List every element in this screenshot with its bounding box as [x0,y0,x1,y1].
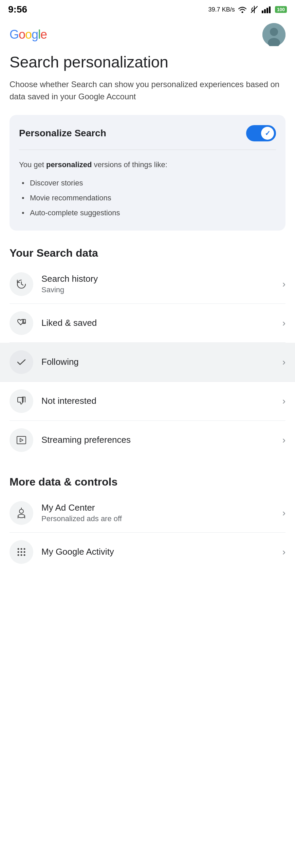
liked-saved-icon-container [10,311,33,335]
grid-icon [16,546,27,558]
svg-rect-5 [269,6,271,13]
status-bar: 9:56 39.7 KB/s 100 [0,0,295,18]
svg-point-22 [24,548,25,550]
personalize-card: Personalize Search ✓ You get personalize… [10,115,285,231]
svg-point-28 [24,554,25,556]
wifi-icon [238,6,247,13]
liked-saved-chevron: › [282,318,285,329]
info-bold: personalized [46,160,92,169]
page-description: Choose whether Search can show you perso… [10,78,285,103]
list-item-search-history[interactable]: Search history Saving › [10,265,285,304]
following-icon-container [10,350,33,374]
toggle-thumb: ✓ [261,127,274,140]
svg-point-17 [18,514,25,518]
following-title: Following [41,357,278,367]
list-item-liked-saved[interactable]: Liked & saved › [10,304,285,343]
page-content: Search personalization Choose whether Se… [0,53,295,571]
svg-point-26 [18,554,19,556]
svg-rect-3 [264,9,266,13]
svg-marker-14 [20,438,23,442]
svg-rect-2 [262,11,263,13]
heart-bookmark-icon [16,317,27,329]
search-data-section: Your Search data Search history Saving › [10,247,285,459]
bullet-item-1: Discover stories [22,176,276,191]
google-activity-icon-container [10,540,33,564]
check-icon [16,356,27,368]
search-history-chevron: › [282,279,285,290]
more-data-header: More data & controls [10,476,285,488]
list-item-not-interested[interactable]: Not interested › [10,382,285,421]
avatar[interactable] [262,23,285,46]
battery-icon: 100 [275,6,287,13]
svg-point-21 [21,548,22,550]
personalize-toggle-row: Personalize Search ✓ [19,125,276,150]
personalize-bullet-list: Discover stories Movie recommendations A… [19,176,276,220]
toggle-track: ✓ [246,125,276,141]
following-chevron: › [282,357,285,368]
personalize-toggle[interactable]: ✓ [246,125,276,141]
search-history-content: Search history Saving [41,274,278,294]
streaming-chevron: › [282,435,285,446]
svg-rect-13 [17,436,26,444]
personalize-info: You get personalized versions of things … [19,158,276,220]
streaming-content: Streaming preferences [41,435,278,445]
svg-rect-4 [266,8,268,13]
google-logo: Google [10,27,47,42]
mute-icon [250,5,259,14]
svg-point-23 [18,551,19,553]
svg-point-24 [21,551,22,553]
not-interested-title: Not interested [41,396,278,406]
streaming-title: Streaming preferences [41,435,278,445]
list-item-ad-center[interactable]: My Ad Center Personalized ads are off › [10,494,285,533]
ad-icon [16,507,27,519]
search-history-subtitle: Saving [41,285,278,294]
info-suffix: versions of things like: [92,160,167,169]
status-icons: 39.7 KB/s 100 [208,5,287,14]
info-prefix: You get [19,160,46,169]
list-item-following[interactable]: Following › [0,343,295,382]
liked-saved-content: Liked & saved [41,318,278,328]
ad-center-icon-container [10,501,33,525]
google-activity-content: My Google Activity [41,547,278,557]
history-icon [16,278,27,290]
following-content: Following [41,357,278,367]
svg-point-20 [18,548,19,550]
not-interested-content: Not interested [41,396,278,406]
google-activity-chevron: › [282,547,285,557]
more-data-section: More data & controls My Ad Center Person… [10,476,285,571]
ad-center-content: My Ad Center Personalized ads are off [41,502,278,523]
page-title: Search personalization [10,53,285,72]
bullet-item-2: Movie recommendations [22,191,276,205]
bullet-item-3: Auto-complete suggestions [22,205,276,220]
google-activity-title: My Google Activity [41,547,278,557]
svg-point-0 [241,12,243,13]
svg-point-25 [24,551,25,553]
liked-saved-title: Liked & saved [41,318,278,328]
ad-center-subtitle: Personalized ads are off [41,514,278,523]
svg-point-27 [21,554,22,556]
search-data-header: Your Search data [10,247,285,259]
not-interested-chevron: › [282,396,285,407]
list-item-streaming[interactable]: Streaming preferences › [10,421,285,459]
avatar-image [262,23,285,46]
thumbs-down-icon [16,395,27,407]
play-square-icon [16,434,27,446]
data-speed: 39.7 KB/s [208,6,235,13]
list-item-google-activity[interactable]: My Google Activity › [10,533,285,571]
personalize-label: Personalize Search [19,128,106,139]
search-history-title: Search history [41,274,278,284]
app-header: Google [0,18,295,53]
svg-point-15 [19,509,23,513]
status-time: 9:56 [8,4,27,15]
svg-point-7 [270,28,278,36]
signal-bars-icon [261,6,272,13]
history-icon-container [10,272,33,296]
not-interested-icon-container [10,389,33,413]
ad-center-title: My Ad Center [41,502,278,513]
ad-center-chevron: › [282,508,285,518]
streaming-icon-container [10,428,33,452]
